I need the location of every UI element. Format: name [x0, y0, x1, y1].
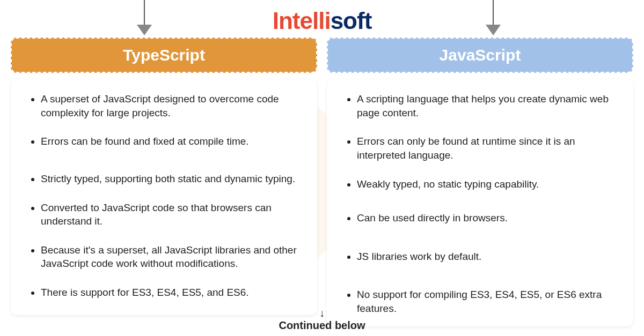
list-item: JS libraries work by default.: [357, 250, 618, 264]
list-item: Can be used directly in browsers.: [357, 211, 618, 225]
plumb-bob-icon: [137, 25, 152, 35]
list-typescript: A superset of JavaScript designed to ove…: [31, 92, 302, 300]
brand-part-2: soft: [331, 8, 372, 34]
list-item: Errors can be found and fixed at compile…: [41, 135, 302, 148]
brand-logo: Intellisoft: [273, 8, 372, 34]
list-item: Errors can only be found at runtime sinc…: [357, 135, 618, 162]
list-item: A scripting language that helps you crea…: [357, 92, 618, 120]
continued-label: Continued below: [279, 319, 365, 331]
comparison-columns: TypeScript A superset of JavaScript desi…: [11, 38, 633, 326]
hanger-string: [493, 0, 494, 25]
column-typescript: TypeScript A superset of JavaScript desi…: [11, 38, 317, 326]
list-javascript: A scripting language that helps you crea…: [347, 92, 618, 316]
arrow-down-icon: ↓: [279, 308, 365, 318]
list-item: There is support for ES3, ES4, ES5, and …: [41, 286, 302, 300]
hanger-string: [144, 0, 145, 25]
list-item: No support for compiling ES3, ES4, ES5, …: [357, 288, 618, 315]
continued-below: ↓ Continued below: [279, 308, 365, 332]
hanger-right: [486, 0, 501, 35]
list-item: Strictly typed, supporting both static a…: [41, 172, 302, 186]
column-header-typescript: TypeScript: [11, 38, 317, 73]
list-item: Because it's a superset, all JavaScript …: [41, 243, 302, 271]
card-javascript: A scripting language that helps you crea…: [327, 79, 633, 326]
column-javascript: JavaScript A scripting language that hel…: [327, 38, 633, 326]
list-item: Converted to JavaScript code so that bro…: [41, 201, 302, 228]
column-header-javascript: JavaScript: [327, 38, 633, 73]
list-item: Weakly typed, no static typing capabilit…: [357, 177, 618, 191]
plumb-bob-icon: [486, 25, 501, 35]
brand-part-1: Intelli: [273, 8, 331, 34]
card-typescript: A superset of JavaScript designed to ove…: [11, 79, 317, 315]
list-item: A superset of JavaScript designed to ove…: [41, 92, 302, 120]
hanger-left: [137, 0, 152, 35]
